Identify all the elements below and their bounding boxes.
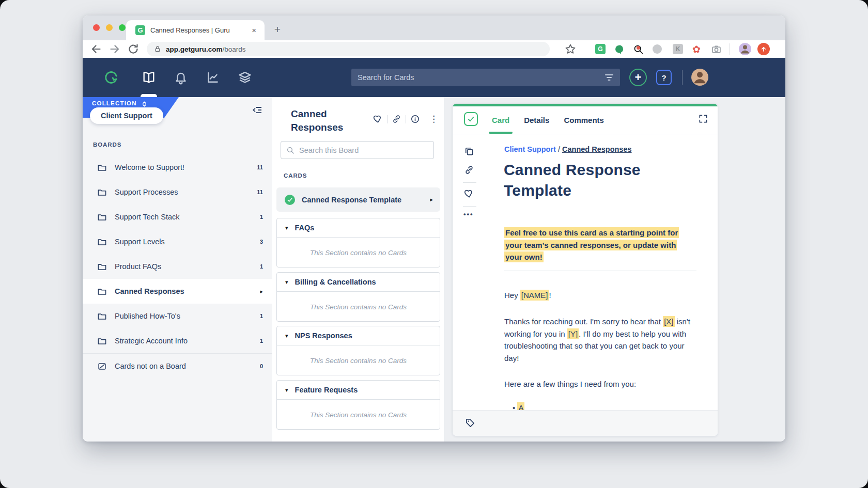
global-search[interactable] [351, 69, 620, 86]
breadcrumb-board-link[interactable]: Canned Responses [562, 145, 632, 153]
board-count: 1 [260, 338, 263, 344]
sidebar-item-welcome-to-support[interactable]: Welcome to Support! 11 [83, 155, 272, 180]
help-button[interactable]: ? [656, 70, 672, 85]
url-bar[interactable]: app.getguru.com/boards [147, 42, 550, 56]
expand-icon[interactable] [698, 114, 708, 124]
user-avatar[interactable] [691, 69, 708, 86]
guru-top-nav: + ? [83, 58, 785, 97]
guru-extension-icon[interactable] [613, 43, 625, 55]
card-footer [453, 410, 718, 436]
card-header: Card Details Comments [453, 106, 718, 134]
tab-card[interactable]: Card [492, 116, 509, 124]
breadcrumb-collection-link[interactable]: Client Support [504, 145, 556, 153]
grammarly-extension-icon[interactable]: G [594, 43, 607, 55]
tab-details[interactable]: Details [524, 116, 549, 124]
close-tab-icon[interactable]: × [250, 25, 258, 36]
kebab-menu-icon[interactable]: ⋮ [429, 114, 439, 124]
sidebar-item-cards-not-on-a-board[interactable]: Cards not on a Board 0 [83, 354, 272, 379]
card-detail-panel: Card Details Comments [444, 97, 785, 442]
board-label: Canned Responses [115, 287, 260, 295]
sidebar-item-product-faqs[interactable]: Product FAQs 1 [83, 254, 272, 279]
collection-carets-icon [141, 101, 148, 107]
browser-toolbar: app.getguru.com/boards G K ✿ [83, 40, 785, 58]
reload-icon[interactable] [127, 43, 140, 55]
board-count: 11 [257, 189, 263, 195]
sidebar-item-support-tech-stack[interactable]: Support Tech Stack 1 [83, 204, 272, 229]
things-line: Here are a few things I need from you: [504, 380, 636, 388]
swirl-extension-icon[interactable]: ✿ [690, 43, 703, 55]
bookmark-star-icon[interactable] [564, 43, 577, 55]
section-header[interactable]: ▾ NPS Responses [277, 326, 440, 345]
sidebar-item-canned-responses[interactable]: Canned Responses ▸ [83, 279, 272, 304]
card-tabs: Card Details Comments [492, 106, 604, 134]
tag-icon[interactable] [465, 418, 475, 428]
browser-window: G Canned Responses | Guru × + app.getgur… [83, 15, 785, 442]
section-empty-text: This Section contains no Cards [277, 345, 440, 375]
sidebar-item-published-how-tos[interactable]: Published How-To's 1 [83, 304, 272, 328]
section-header[interactable]: ▾ Billing & Cancellations [277, 273, 440, 292]
board-actions: ⋮ [369, 114, 439, 124]
forward-icon[interactable] [109, 43, 121, 55]
sidebar-item-support-levels[interactable]: Support Levels 3 [83, 229, 272, 254]
folder-icon [97, 311, 107, 321]
copy-link-icon[interactable] [392, 114, 401, 124]
browser-update-button[interactable] [757, 43, 770, 55]
greeting-text: ! [549, 291, 551, 300]
breadcrumb-separator: / [556, 145, 562, 153]
sidebar-item-support-processes[interactable]: Support Processes 11 [83, 180, 272, 204]
close-window-button[interactable] [93, 24, 100, 31]
selected-arrow-icon: ▸ [260, 288, 263, 295]
greeting-text: Hey [504, 291, 520, 300]
collapse-sidebar-icon[interactable] [252, 104, 263, 116]
collection-name-pill[interactable]: Client Support [90, 107, 163, 124]
section-header[interactable]: ▾ FAQs [277, 218, 440, 238]
toolbar-divider [730, 43, 730, 55]
caret-down-icon: ▾ [285, 387, 288, 393]
board-label: Support Tech Stack [115, 213, 260, 221]
analytics-chart-icon[interactable] [206, 70, 220, 85]
folder-icon [97, 163, 107, 172]
board-label: Welcome to Support! [115, 163, 257, 171]
section-faqs: ▾ FAQs This Section contains no Cards [276, 218, 440, 267]
x-placeholder: [X] [663, 316, 674, 327]
section-title: NPS Responses [295, 332, 352, 340]
info-icon[interactable] [410, 114, 420, 124]
verify-checkbox[interactable] [464, 112, 478, 126]
minimize-window-button[interactable] [106, 24, 113, 31]
k-extension-icon[interactable]: K [672, 43, 684, 55]
board-count: 1 [260, 214, 263, 220]
knowledge-book-icon[interactable] [142, 70, 156, 85]
y-placeholder: [Y] [567, 328, 579, 339]
board-count: 1 [260, 313, 263, 319]
search-extension-icon[interactable] [632, 43, 644, 55]
disabled-extension-icon[interactable] [651, 43, 663, 55]
card-list-item-canned-response-template[interactable]: Canned Response Template ▸ [276, 187, 440, 212]
new-tab-button[interactable]: + [270, 22, 285, 37]
collections-layers-icon[interactable] [238, 70, 252, 85]
search-filter-icon[interactable] [605, 74, 614, 81]
board-search-input[interactable] [299, 146, 428, 154]
board-list: Welcome to Support! 11 Support Processes… [83, 155, 272, 379]
zoom-window-button[interactable] [119, 24, 126, 31]
browser-tab[interactable]: G Canned Responses | Guru × [126, 20, 265, 40]
browser-profile-avatar[interactable] [739, 43, 751, 55]
card-title: Canned Response Template [504, 160, 705, 201]
camera-extension-icon[interactable] [710, 43, 722, 55]
tab-comments[interactable]: Comments [564, 116, 604, 124]
caret-down-icon: ▾ [285, 279, 288, 286]
greeting-line: Hey [NAME]! [504, 291, 551, 300]
favorite-heart-icon[interactable] [373, 114, 383, 124]
board-label: Support Levels [115, 238, 260, 246]
section-header[interactable]: ▾ Feature Requests [277, 381, 440, 400]
back-icon[interactable] [90, 43, 102, 55]
guru-favicon-icon: G [135, 25, 145, 35]
board-search[interactable] [281, 141, 434, 159]
global-search-input[interactable] [358, 73, 605, 82]
guru-logo-icon[interactable] [104, 70, 118, 85]
notifications-bell-icon[interactable] [174, 70, 188, 85]
search-icon [286, 146, 295, 154]
folder-icon [97, 336, 107, 346]
card-list-item-label: Canned Response Template [302, 196, 430, 204]
create-card-button[interactable]: + [629, 69, 647, 86]
sidebar-item-strategic-account-info[interactable]: Strategic Account Info 1 [83, 328, 272, 353]
